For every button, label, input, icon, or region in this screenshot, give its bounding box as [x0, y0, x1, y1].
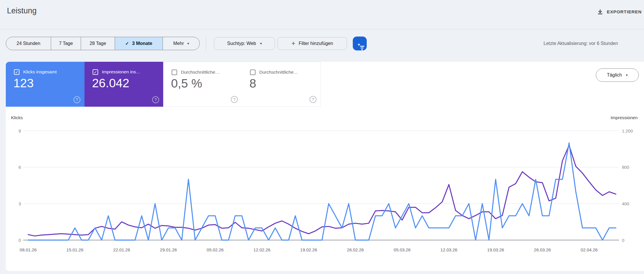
date-range-3-monate[interactable]: ✓3 Monate: [115, 37, 163, 50]
granularity-label: Täglich: [607, 72, 622, 78]
date-range-mehr[interactable]: Mehr▾: [163, 37, 199, 50]
sparkle-icon: ✦: [357, 42, 361, 47]
date-range-label: 3 Monate: [132, 41, 152, 46]
metric-tile-2[interactable]: Durchschnittliche…0,5 %?: [163, 62, 242, 107]
date-range-label: 24 Stunden: [17, 41, 40, 46]
help-icon[interactable]: ?: [310, 96, 316, 103]
date-range-group: 24 Stunden7 Tage28 Tage✓3 MonateMehr▾: [6, 37, 200, 50]
metric-tile-1[interactable]: ✓Impressionen ins…26.042?: [84, 62, 163, 107]
export-label: EXPORTIEREN: [607, 9, 642, 14]
metric-label: Durchschnittliche…: [181, 70, 220, 75]
metric-value: 8: [249, 77, 256, 90]
download-icon: [597, 9, 603, 15]
page-title: Leistung: [7, 6, 37, 15]
export-button[interactable]: EXPORTIEREN: [595, 5, 643, 19]
add-filter-chip[interactable]: + Filter hinzufügen: [278, 37, 347, 50]
search-type-label: Suchtyp: Web: [227, 41, 256, 46]
date-range-label: 28 Tage: [90, 41, 106, 46]
help-icon[interactable]: ?: [231, 96, 238, 103]
date-range-28-tage[interactable]: 28 Tage: [81, 37, 115, 50]
metric-value: 0,5 %: [171, 77, 202, 90]
last-updated: Letzte Aktualisierung: vor 6 Stunden: [544, 37, 618, 50]
metric-tile-0[interactable]: ✓Klicks insgesamt123?: [6, 62, 84, 107]
date-range-label: Mehr: [173, 41, 184, 46]
metric-value: 123: [13, 76, 34, 90]
plus-icon: +: [292, 40, 295, 47]
metric-label: Klicks insgesamt: [23, 69, 57, 75]
date-range-7-tage[interactable]: 7 Tage: [51, 37, 81, 50]
chevron-down-icon: ▾: [626, 73, 628, 77]
checkbox-unchecked-icon[interactable]: [250, 70, 256, 75]
report-card: ✓Klicks insgesamt123?✓Impressionen ins…2…: [6, 62, 644, 271]
right-axis-title: Impressionen: [611, 115, 638, 120]
date-range-label: 7 Tage: [59, 41, 73, 46]
help-icon[interactable]: ?: [152, 96, 159, 103]
date-range-24-stunden[interactable]: 24 Stunden: [6, 37, 51, 50]
metric-value: 26.042: [92, 76, 129, 90]
left-axis-title: Klicks: [11, 115, 23, 120]
granularity-dropdown[interactable]: Täglich ▾: [596, 68, 639, 82]
metric-label: Impressionen ins…: [102, 69, 141, 75]
checkbox-unchecked-icon[interactable]: [172, 70, 177, 75]
chevron-down-icon: ▾: [187, 41, 189, 46]
toolbar-divider: [206, 37, 206, 50]
add-filter-label: Filter hinzufügen: [299, 41, 333, 46]
chevron-down-icon: ▾: [260, 41, 262, 46]
search-console-performance-page: Leistung EXPORTIEREN 24 Stunden7 Tage28 …: [0, 0, 644, 274]
search-type-chip[interactable]: Suchtyp: Web ▾: [214, 37, 275, 50]
toolbar: 24 Stunden7 Tage28 Tage✓3 MonateMehr▾ Su…: [0, 37, 644, 51]
metric-label: Durchschnittliche…: [259, 70, 298, 75]
header-divider: [0, 29, 644, 29]
checkbox-checked-icon[interactable]: ✓: [93, 69, 98, 75]
filter-sparkle-button[interactable]: ✦: [353, 37, 367, 50]
help-icon[interactable]: ?: [73, 96, 80, 103]
checkbox-checked-icon[interactable]: ✓: [14, 69, 19, 75]
check-icon: ✓: [125, 41, 129, 46]
metric-tile-3[interactable]: Durchschnittliche…8?: [242, 62, 321, 107]
